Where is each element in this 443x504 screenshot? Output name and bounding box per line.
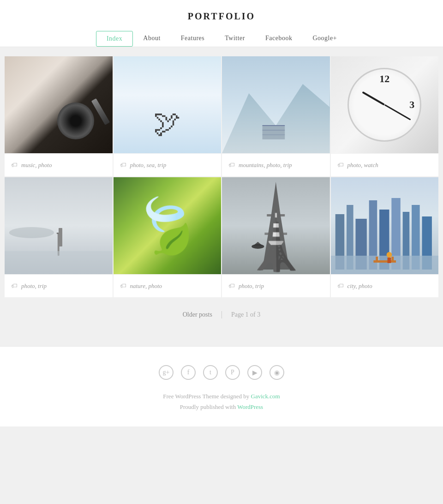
social-icon-rss[interactable]: ◉	[269, 365, 284, 380]
portfolio-tags-1: 🏷 music, photo	[5, 153, 113, 176]
tag-text-3: mountains, photo, trip	[239, 162, 292, 169]
social-icon-pinterest[interactable]: P	[225, 365, 240, 380]
social-icon-facebook[interactable]: f	[181, 365, 196, 380]
footer-published: Proudly published with WordPress	[0, 402, 443, 412]
portfolio-tags-4: 🏷 photo, watch	[331, 153, 439, 176]
portfolio-image-mountains[interactable]	[222, 56, 330, 153]
svg-point-7	[9, 227, 54, 238]
portfolio-image-eiffel[interactable]	[222, 177, 330, 274]
site-title: PORTFOLIO	[0, 11, 443, 22]
tag-text-8: city, photo	[347, 282, 372, 290]
tag-icon: 🏷	[11, 162, 18, 169]
svg-rect-2	[263, 126, 285, 139]
portfolio-image-foggy[interactable]	[5, 177, 113, 274]
clock-3: 3	[409, 99, 414, 111]
footer-wp-link[interactable]: WordPress	[237, 403, 263, 410]
portfolio-tags-5: 🏷 photo, trip	[5, 274, 113, 297]
portfolio-tags-6: 🏷 nature, photo	[114, 274, 222, 297]
site-footer: g+ f t P ▶ ◉ Free WordPress Theme design…	[0, 346, 443, 426]
svg-rect-29	[376, 257, 378, 260]
portfolio-item-eiffel: 🏷 photo, trip	[222, 177, 330, 297]
social-icon-twitter[interactable]: t	[203, 365, 218, 380]
tag-text-6: nature, photo	[130, 282, 162, 290]
tag-icon: 🏷	[337, 282, 344, 290]
main-content: 🏷 music, photo 🏷 photo, sea, trip	[0, 47, 443, 346]
svg-rect-14	[264, 233, 287, 235]
clock-minute-hand	[384, 104, 411, 120]
svg-rect-27	[331, 256, 439, 274]
social-icon-youtube[interactable]: ▶	[247, 365, 262, 380]
nav-item-index[interactable]: Index	[96, 31, 133, 47]
footer-gavick-link[interactable]: Gavick.com	[251, 393, 280, 400]
portfolio-item-leaf: 🏷 nature, photo	[114, 177, 222, 297]
tag-icon: 🏷	[120, 282, 126, 290]
footer-credit: Free WordPress Theme designed by Gavick.…	[0, 391, 443, 402]
svg-rect-13	[267, 214, 285, 216]
tag-icon: 🏷	[120, 162, 126, 169]
svg-rect-28	[373, 260, 396, 263]
pagination-divider	[222, 311, 222, 318]
main-nav: Index About Features Twitter Facebook Go…	[0, 31, 443, 47]
tag-text-1: music, photo	[21, 162, 52, 169]
tag-text-7: photo, trip	[239, 282, 264, 290]
pagination: Older posts Page 1 of 3	[5, 297, 438, 328]
svg-marker-16	[253, 242, 262, 246]
portfolio-tags-7: 🏷 photo, trip	[222, 274, 330, 297]
svg-rect-32	[387, 258, 391, 263]
tag-text-5: photo, trip	[21, 282, 47, 290]
portfolio-item-mountains: 🏷 mountains, photo, trip	[222, 56, 330, 176]
portfolio-grid: 🏷 music, photo 🏷 photo, sea, trip	[5, 56, 438, 297]
svg-rect-30	[391, 257, 394, 260]
clock-12: 12	[379, 73, 389, 85]
portfolio-item-seagull: 🏷 photo, sea, trip	[114, 56, 222, 176]
footer-published-text: Proudly published with	[180, 403, 237, 410]
svg-point-31	[386, 252, 392, 258]
nav-item-googleplus[interactable]: Google+	[302, 31, 347, 47]
svg-rect-10	[5, 251, 113, 274]
portfolio-image-city[interactable]	[331, 177, 439, 274]
portfolio-item-clock: 12 3 🏷 photo, watch	[331, 56, 439, 176]
footer-social-icons: g+ f t P ▶ ◉	[0, 365, 443, 380]
portfolio-image-seagull[interactable]	[114, 56, 222, 153]
svg-point-15	[251, 244, 264, 249]
portfolio-tags-3: 🏷 mountains, photo, trip	[222, 153, 330, 176]
svg-rect-9	[57, 233, 60, 234]
page-info: Page 1 of 3	[231, 311, 260, 318]
nav-item-facebook[interactable]: Facebook	[255, 31, 302, 47]
portfolio-image-vinyl[interactable]	[5, 56, 113, 153]
portfolio-item-city: 🏷 city, photo	[331, 177, 439, 297]
site-header: PORTFOLIO Index About Features Twitter F…	[0, 0, 443, 47]
footer-credit-text: Free WordPress Theme designed by	[163, 393, 251, 400]
tag-icon: 🏷	[228, 162, 235, 169]
portfolio-tags-8: 🏷 city, photo	[331, 274, 439, 297]
older-posts-link[interactable]: Older posts	[183, 311, 212, 318]
portfolio-item-vinyl: 🏷 music, photo	[5, 56, 113, 176]
clock-face: 12 3	[347, 68, 421, 142]
social-icon-googleplus[interactable]: g+	[159, 365, 174, 380]
portfolio-image-clock[interactable]: 12 3	[331, 56, 439, 153]
portfolio-item-foggy-water: 🏷 photo, trip	[5, 177, 113, 297]
clock-hour-hand	[362, 91, 385, 106]
tag-icon: 🏷	[337, 162, 344, 169]
portfolio-tags-2: 🏷 photo, sea, trip	[114, 153, 222, 176]
nav-item-about[interactable]: About	[133, 31, 171, 47]
portfolio-image-leaf[interactable]	[114, 177, 222, 274]
tag-text-4: photo, watch	[347, 162, 378, 169]
nav-item-twitter[interactable]: Twitter	[215, 31, 255, 47]
tag-text-2: photo, sea, trip	[130, 162, 167, 169]
nav-item-features[interactable]: Features	[171, 31, 215, 47]
tag-icon: 🏷	[228, 282, 235, 290]
tag-icon: 🏷	[11, 282, 18, 290]
